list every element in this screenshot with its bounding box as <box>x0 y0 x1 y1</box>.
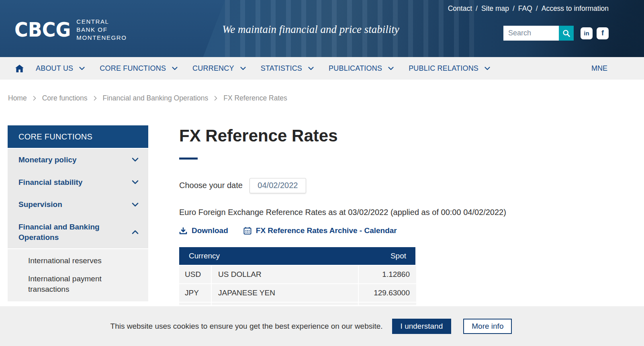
chevron-right-icon <box>214 96 217 101</box>
currency-name: US DOLLAR <box>212 266 358 283</box>
separator: / <box>513 4 515 13</box>
chevron-down-icon <box>132 158 139 162</box>
date-picker-row: Choose your date <box>179 178 605 193</box>
logo-acronym: CBCG <box>14 18 71 41</box>
chevron-down-icon <box>79 67 85 70</box>
download-link[interactable]: Download <box>179 226 228 235</box>
nav-item-statistics[interactable]: STATISTICS <box>261 64 314 73</box>
chevron-right-icon <box>94 96 97 101</box>
chevron-down-icon <box>240 67 246 70</box>
access-to-information-link[interactable]: Access to information <box>542 4 609 13</box>
home-icon <box>15 65 24 72</box>
rates-info-text: Euro Foreign Exchange Reference Rates as… <box>179 208 605 217</box>
nav-item-currency[interactable]: CURRENCY <box>192 64 246 73</box>
sidebar-subitem-international-payment-transactions[interactable]: International payment transactions <box>8 273 136 301</box>
fx-rates-table: Currency Spot USD US DOLLAR 1.12860 JPY … <box>179 247 415 305</box>
chevron-down-icon <box>308 67 314 70</box>
cookie-more-info-button[interactable]: More info <box>463 319 512 334</box>
table-row-partial <box>179 303 415 305</box>
currency-spot: 1.12860 <box>359 266 416 283</box>
sitemap-link[interactable]: Site map <box>481 4 509 13</box>
cookie-banner-content: This website uses cookies to ensure you … <box>110 319 512 334</box>
chevron-down-icon <box>132 203 139 207</box>
cookie-message: This website uses cookies to ensure you … <box>110 322 383 331</box>
sidebar-item-supervision[interactable]: Supervision <box>8 193 148 216</box>
separator: / <box>476 4 478 13</box>
chevron-right-icon <box>33 96 36 101</box>
top-utility-links: Contact / Site map / FAQ / Access to inf… <box>448 4 609 13</box>
table-row: JPY JAPANESE YEN 129.63000 <box>179 284 415 302</box>
contact-link[interactable]: Contact <box>448 4 472 13</box>
nav-item-public-relations[interactable]: PUBLIC RELATIONS <box>409 64 490 73</box>
linkedin-icon[interactable]: in <box>581 27 593 39</box>
search-icon <box>562 29 570 37</box>
logo-text: CENTRAL BANK OF MONTENEGRO <box>76 18 127 41</box>
breadcrumb-financial-banking-operations[interactable]: Financial and Banking Operations <box>103 94 209 102</box>
nav-item-publications[interactable]: PUBLICATIONS <box>329 64 394 73</box>
sidebar-core-functions: CORE FUNCTIONS Monetary policy Financial… <box>8 125 148 301</box>
action-links-row: Download FX Reference <box>179 226 605 235</box>
faq-link[interactable]: FAQ <box>518 4 532 13</box>
chevron-up-icon <box>132 230 139 234</box>
main-content: FX Reference Rates Choose your date Euro… <box>179 125 605 305</box>
home-nav-button[interactable] <box>15 65 24 72</box>
bank-logo[interactable]: CBCG CENTRAL BANK OF MONTENEGRO <box>14 18 127 41</box>
sidebar-subitem-international-reserves[interactable]: International reserves <box>8 249 136 273</box>
currency-name: JAPANESE YEN <box>212 284 358 302</box>
calendar-icon <box>243 227 251 235</box>
table-row: USD US DOLLAR 1.12860 <box>179 266 415 283</box>
sidebar-title: CORE FUNCTIONS <box>8 125 148 148</box>
social-links: in f <box>581 27 609 39</box>
facebook-icon[interactable]: f <box>597 27 609 39</box>
separator: / <box>536 4 538 13</box>
nav-item-core-functions[interactable]: CORE FUNCTIONS <box>100 64 178 73</box>
chevron-down-icon <box>132 180 139 184</box>
chevron-down-icon <box>388 67 394 70</box>
search-button[interactable] <box>559 26 574 41</box>
download-icon <box>179 227 187 235</box>
breadcrumb: Home Core functions Financial and Bankin… <box>0 94 644 102</box>
table-header-row: Currency Spot <box>179 247 415 265</box>
sidebar-sublist: International reserves International pay… <box>8 249 148 301</box>
currency-code: USD <box>179 266 211 283</box>
column-header-currency: Currency <box>179 252 220 260</box>
sidebar-item-financial-stability[interactable]: Financial stability <box>8 171 148 194</box>
page-title: FX Reference Rates <box>179 125 605 147</box>
currency-spot: 129.63000 <box>359 284 416 302</box>
sidebar-item-financial-banking-operations[interactable]: Financial and Banking Operations <box>8 216 148 248</box>
breadcrumb-current-page: FX Reference Rates <box>223 94 287 102</box>
breadcrumb-core-functions[interactable]: Core functions <box>42 94 88 102</box>
sidebar-list: Monetary policy Financial stability Supe… <box>8 149 148 248</box>
currency-code: JPY <box>179 284 211 302</box>
site-header: CBCG CENTRAL BANK OF MONTENEGRO We maint… <box>0 0 644 57</box>
date-label: Choose your date <box>179 181 243 190</box>
content-layout: CORE FUNCTIONS Monetary policy Financial… <box>0 125 644 305</box>
cookie-banner: This website uses cookies to ensure you … <box>0 306 644 346</box>
chevron-down-icon <box>172 67 178 70</box>
search-area: in f <box>503 26 609 41</box>
nav-item-about-us[interactable]: ABOUT US <box>36 64 85 73</box>
language-toggle-mne[interactable]: MNE <box>591 64 607 73</box>
sidebar-item-monetary-policy[interactable]: Monetary policy <box>8 149 148 171</box>
search-input[interactable] <box>503 26 559 41</box>
archive-calendar-link[interactable]: FX Reference Rates Archive - Calendar <box>243 226 397 235</box>
date-input[interactable] <box>249 178 306 193</box>
cookie-accept-button[interactable]: I understand <box>392 319 452 334</box>
breadcrumb-home[interactable]: Home <box>8 94 27 102</box>
column-header-spot: Spot <box>390 252 415 260</box>
chevron-down-icon <box>485 67 490 70</box>
main-navigation: ABOUT US CORE FUNCTIONS CURRENCY STATIST… <box>0 57 644 80</box>
tagline: We maintain financial and price stabilit… <box>222 23 399 36</box>
title-underline <box>179 158 198 160</box>
